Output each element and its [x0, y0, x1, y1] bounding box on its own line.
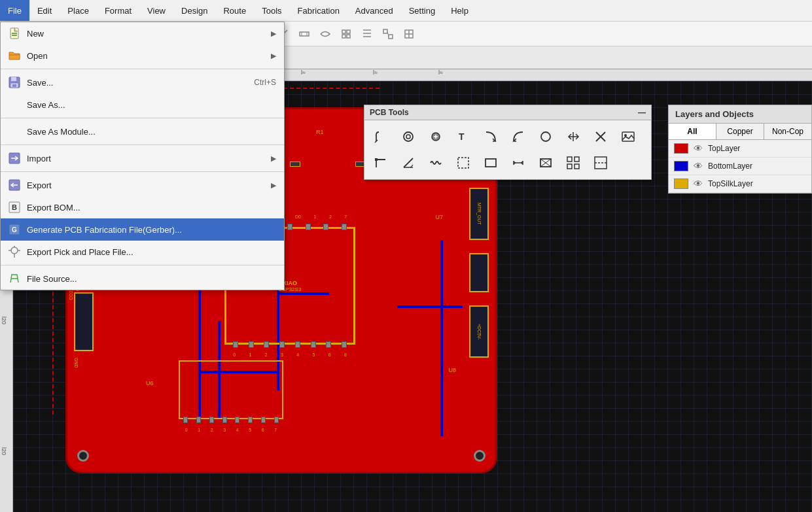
toolbar-icon-13[interactable] — [357, 25, 377, 43]
menu-help[interactable]: Help — [443, 0, 476, 21]
menu-route[interactable]: Route — [215, 0, 254, 21]
pcb-trace-h2 — [397, 305, 463, 308]
tool-slice[interactable] — [588, 150, 613, 175]
menu-item-save-as[interactable]: Save As... — [1, 94, 284, 116]
tool-arc-left[interactable] — [506, 124, 531, 149]
menu-file[interactable]: File — [0, 0, 29, 21]
layers-panel: Layers and Objects All Copper Non-Cop 👁 … — [668, 105, 812, 194]
jp9-connector: JP9 CO2_SNSR — [74, 292, 94, 351]
bottomlayer-visibility[interactable]: 👁 — [694, 161, 703, 171]
svg-point-40 — [404, 132, 413, 141]
toolbar-icon-10[interactable] — [294, 25, 314, 43]
tool-unroute[interactable] — [588, 124, 613, 149]
pad — [264, 341, 269, 348]
tool-wavy[interactable] — [423, 150, 448, 175]
tool-arc-right[interactable] — [478, 124, 503, 149]
layer-bottomlayer[interactable]: 👁 BottomLayer — [669, 158, 811, 175]
menu-format[interactable]: Format — [97, 0, 139, 21]
tool-bend-wire[interactable] — [368, 124, 393, 149]
pad — [342, 224, 347, 230]
menu-file-source-label: File Source... — [27, 274, 276, 284]
tool-dimension[interactable] — [506, 150, 531, 175]
svg-rect-11 — [342, 30, 345, 33]
tool-text[interactable]: T — [451, 124, 476, 149]
pcb-tools-panel: PCB Tools — T — [364, 105, 652, 180]
connector-r1: MTR_OUT — [469, 188, 489, 240]
menu-open-label: Open — [27, 51, 266, 61]
save-icon — [7, 75, 22, 90]
pad — [183, 417, 188, 423]
new-icon — [7, 26, 22, 41]
toolbar-icon-11[interactable] — [315, 25, 335, 43]
gnd-label: GND — [74, 358, 79, 368]
svg-point-34 — [11, 247, 18, 254]
pcb-tools-minimize[interactable]: — — [638, 108, 646, 117]
toolbar-icon-12[interactable] — [336, 25, 356, 43]
open-arrow: ▶ — [271, 52, 276, 60]
menu-item-import[interactable]: Import ▶ — [1, 147, 284, 169]
tool-array[interactable] — [561, 150, 586, 175]
menu-export-label: Export — [27, 180, 266, 190]
u6-label: U6 — [146, 380, 154, 386]
menu-item-open[interactable]: Open ▶ — [1, 44, 284, 67]
pad — [326, 341, 331, 348]
svg-rect-63 — [574, 164, 579, 169]
menu-place[interactable]: Place — [60, 0, 97, 21]
svg-rect-12 — [347, 30, 350, 33]
menu-item-pick-place[interactable]: Export Pick and Place File... — [1, 241, 284, 263]
export-bom-icon: B — [7, 200, 22, 214]
toolbar-icon-15[interactable] — [399, 25, 419, 43]
menu-bar: File Edit Place Format View Design Route… — [0, 0, 812, 22]
menu-item-save[interactable]: Save... Ctrl+S — [1, 71, 284, 94]
layer-topsilk[interactable]: 👁 TopSilkLayer — [669, 175, 811, 193]
tool-image[interactable] — [616, 124, 641, 149]
menu-save-as-label: Save As... — [27, 100, 276, 110]
separator-1 — [1, 69, 284, 69]
menu-tools[interactable]: Tools — [254, 0, 289, 21]
menu-item-file-source[interactable]: File Source... — [1, 267, 284, 290]
tool-select-rect[interactable] — [451, 150, 476, 175]
menu-design[interactable]: Design — [173, 0, 215, 21]
layer-toplayer[interactable]: 👁 TopLayer — [669, 140, 811, 158]
bottomlayer-name: BottomLayer — [708, 162, 752, 171]
file-menu-dropdown: New ▶ Open ▶ Save... Ctrl+S Save As... — [0, 22, 285, 290]
pad — [274, 417, 279, 423]
menu-edit[interactable]: Edit — [29, 0, 60, 21]
toplayer-visibility[interactable]: 👁 — [694, 143, 703, 154]
layers-tabs: All Copper Non-Cop — [669, 124, 811, 140]
menu-advanced[interactable]: Advanced — [347, 0, 401, 21]
svg-rect-18 — [383, 29, 387, 33]
tool-pan[interactable] — [561, 124, 586, 149]
pad — [222, 417, 227, 423]
menu-setting[interactable]: Setting — [401, 0, 443, 21]
tool-pad[interactable] — [423, 124, 448, 149]
menu-item-export[interactable]: Export ▶ — [1, 174, 284, 196]
menu-view[interactable]: View — [139, 0, 173, 21]
tool-angle[interactable] — [396, 150, 421, 175]
menu-item-gerber[interactable]: G Generate PCB Fabrication File(Gerber).… — [1, 218, 284, 241]
topsilk-color — [674, 179, 688, 189]
tool-circle[interactable] — [533, 124, 558, 149]
save-as-icon — [7, 97, 22, 112]
toolbar-icon-14[interactable] — [378, 25, 398, 43]
layers-tab-non-cop[interactable]: Non-Cop — [764, 124, 811, 139]
tool-keepout[interactable] — [533, 150, 558, 175]
menu-pick-place-label: Export Pick and Place File... — [27, 247, 276, 257]
tool-via[interactable] — [396, 124, 421, 149]
menu-item-new[interactable]: New ▶ — [1, 22, 284, 44]
separator-3 — [1, 145, 284, 145]
layers-tab-all[interactable]: All — [669, 124, 716, 139]
topsilk-visibility[interactable]: 👁 — [694, 179, 703, 189]
menu-fabrication[interactable]: Fabrication — [290, 0, 347, 21]
menu-item-save-module[interactable]: Save As Module... — [1, 120, 284, 143]
layers-tab-copper[interactable]: Copper — [716, 124, 764, 139]
pad — [279, 341, 285, 348]
pad — [209, 417, 214, 423]
u7-label: U7 — [435, 214, 443, 220]
tool-rect[interactable] — [478, 150, 503, 175]
menu-item-export-bom[interactable]: B Export BOM... — [1, 196, 284, 218]
pcb-tools-header[interactable]: PCB Tools — — [364, 105, 651, 120]
tool-corner[interactable] — [368, 150, 393, 175]
u6-outline: 01234567 — [179, 360, 283, 419]
menu-save-label: Save... — [27, 78, 249, 88]
